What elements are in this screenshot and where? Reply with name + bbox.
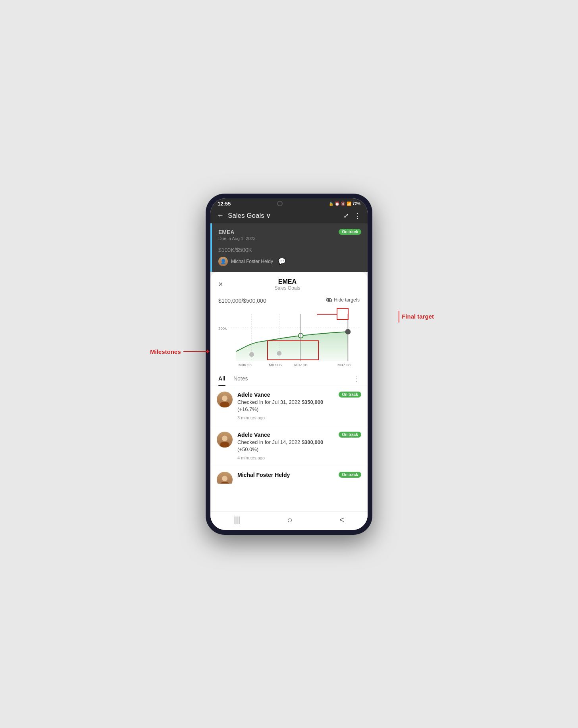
svg-text:M06 23: M06 23	[239, 363, 252, 367]
activity-item-3: Michal Foster Heldy On track	[210, 466, 368, 484]
activity-avatar-1	[217, 392, 233, 407]
bottom-nav: ||| ○ <	[210, 511, 368, 530]
activity-name-3: Michal Foster Heldy	[237, 472, 290, 478]
bg-card-person: Michal Foster Heldy	[231, 259, 273, 264]
activity-item-1: Adele Vance On track Checked in for Jul …	[210, 386, 368, 426]
activity-status-2: On track	[339, 432, 361, 438]
amount-display: $100,000/$500,000	[218, 296, 266, 305]
svg-text:M07 05: M07 05	[269, 363, 282, 367]
svg-point-10	[277, 351, 281, 355]
modal-panel: × EMEA Sales Goals $100,000/$500,000	[210, 272, 368, 530]
back-button[interactable]: ←	[217, 211, 224, 220]
eye-slash-icon	[326, 298, 332, 302]
sales-chart: 300k	[214, 308, 364, 367]
amount-target: $500,000	[243, 298, 266, 304]
tab-notes[interactable]: Notes	[233, 371, 248, 386]
activity-time-1: 3 minutes ago	[237, 415, 361, 420]
svg-point-8	[249, 352, 254, 357]
svg-text:M07 16: M07 16	[294, 363, 307, 367]
close-button[interactable]: ×	[218, 280, 223, 289]
final-target-label: Final target	[402, 313, 434, 320]
tabs-row: All Notes ⋮	[210, 371, 368, 386]
status-time: 12:55	[218, 201, 231, 207]
status-icons: 🔒 ⏰ 🔇 📶 72%	[329, 202, 360, 206]
svg-text:300k: 300k	[218, 326, 227, 330]
chart-container: 300k	[210, 308, 368, 371]
activity-content-2: Adele Vance On track Checked in for Jul …	[237, 432, 361, 460]
amount-current: $100,000	[218, 298, 241, 304]
activity-content-1: Adele Vance On track Checked in for Jul …	[237, 392, 361, 420]
bg-card: EMEA On track Due in Aug 1, 2022 $100K/$…	[210, 223, 368, 272]
activity-time-2: 4 minutes ago	[237, 455, 361, 460]
nav-home-icon[interactable]: ○	[287, 515, 292, 525]
tab-all[interactable]: All	[218, 371, 225, 386]
activity-avatar-3	[217, 472, 233, 484]
camera-notch	[277, 201, 283, 206]
nav-bar: ← Sales Goals ∨ ⤢ ⋮	[210, 208, 368, 223]
comment-icon[interactable]: 💬	[278, 257, 286, 265]
activity-name-1: Adele Vance	[237, 392, 270, 398]
more-icon[interactable]: ⋮	[354, 211, 361, 220]
bg-card-status: On track	[339, 229, 361, 235]
phone-screen: 12:55 🔒 ⏰ 🔇 📶 72% ← Sales Goals ∨	[210, 198, 368, 530]
hide-targets-label: Hide targets	[334, 297, 360, 303]
phone-device: 12:55 🔒 ⏰ 🔇 📶 72% ← Sales Goals ∨	[206, 194, 372, 535]
modal-title: EMEA	[223, 278, 352, 285]
activity-desc-1: Checked in for Jul 31, 2022 $350,000 (+1…	[237, 399, 361, 413]
milestones-label: Milestones	[150, 348, 181, 355]
lock-icon: 🔒	[329, 202, 333, 206]
activity-status-3: On track	[339, 472, 361, 478]
mute-icon: 🔇	[341, 202, 345, 206]
activity-desc-2: Checked in for Jul 14, 2022 $300,000 (+5…	[237, 439, 361, 453]
tabs-more-button[interactable]: ⋮	[353, 374, 360, 383]
svg-text:M07 28: M07 28	[337, 363, 351, 367]
nav-chevron[interactable]: ∨	[266, 211, 271, 220]
bg-card-name: EMEA	[218, 229, 234, 235]
activity-status-1: On track	[339, 392, 361, 398]
activity-content-3: Michal Foster Heldy On track	[237, 472, 361, 478]
hide-targets-button[interactable]: Hide targets	[326, 297, 360, 303]
nav-title-text: Sales Goals	[228, 212, 264, 220]
modal-title-block: EMEA Sales Goals	[223, 278, 352, 291]
nav-back-icon[interactable]: <	[339, 515, 344, 524]
alarm-icon: ⏰	[335, 202, 339, 206]
svg-point-6	[345, 329, 351, 334]
status-bar: 12:55 🔒 ⏰ 🔇 📶 72%	[210, 198, 368, 208]
activity-item-2: Adele Vance On track Checked in for Jul …	[210, 426, 368, 466]
modal-header: × EMEA Sales Goals	[210, 272, 368, 292]
expand-icon[interactable]: ⤢	[343, 212, 349, 219]
activity-name-2: Adele Vance	[237, 432, 270, 438]
activity-avatar-2	[217, 432, 233, 448]
battery-text: 72%	[353, 202, 360, 206]
bg-card-avatar: 👤	[218, 257, 228, 266]
bg-card-due: Due in Aug 1, 2022	[218, 236, 361, 241]
bg-card-amount: $100K/$500K	[218, 243, 361, 254]
modal-subtitle: Sales Goals	[223, 285, 352, 291]
activity-list: Adele Vance On track Checked in for Jul …	[210, 386, 368, 484]
nav-menu-icon[interactable]: |||	[234, 515, 240, 524]
wifi-icon: 📶	[347, 202, 351, 206]
amount-section: $100,000/$500,000 Hide targets	[210, 292, 368, 308]
